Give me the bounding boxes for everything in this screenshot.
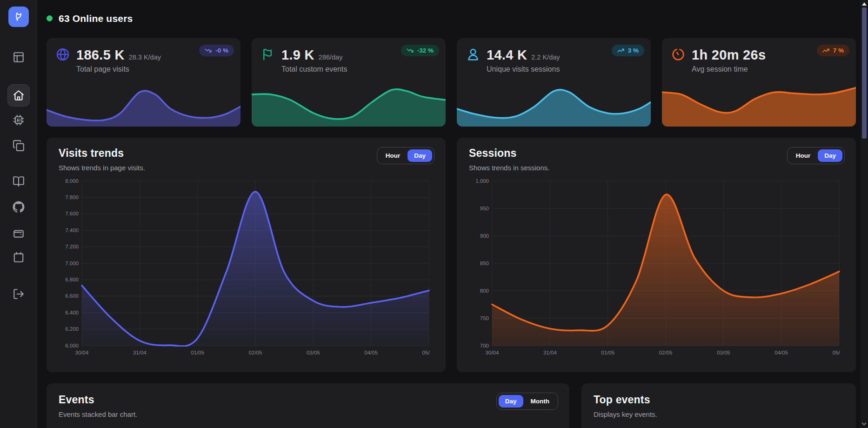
stat-card-total-custom-events: -32 % 1.9 K 286/day Total custom events [252, 38, 446, 127]
sidebar-item-home[interactable] [7, 84, 30, 107]
svg-text:31/04: 31/04 [133, 350, 147, 355]
top-events-card: Top events Displays key events. [581, 383, 856, 428]
card-subtitle: Shows trends in page visits. [59, 164, 434, 172]
wallet-icon [13, 227, 25, 240]
stat-card-unique-visits-sessions: 3 % 14.4 K 2.2 K/day Unique visits sessi… [457, 38, 651, 127]
trend-down-icon [407, 47, 414, 54]
copy-icon [13, 140, 25, 152]
trend-down-icon [205, 47, 212, 54]
stat-cards-row: -0 % 186.5 K 28.3 K/day Total page visit… [47, 38, 856, 127]
scrollbar-thumb[interactable] [862, 7, 867, 139]
stat-rate: 286/day [319, 54, 343, 61]
hour-day-toggle: Hour Day [787, 147, 845, 164]
stat-rate: 2.2 K/day [531, 54, 560, 61]
visits-trends-card: Visits trends Shows trends in page visit… [47, 138, 446, 372]
stat-rate: 28.3 K/day [129, 54, 161, 61]
svg-text:04/05: 04/05 [775, 350, 788, 355]
toggle-hour-button[interactable]: Hour [379, 149, 407, 162]
svg-text:700: 700 [480, 343, 489, 348]
stat-value: 14.4 K [487, 47, 527, 63]
toggle-day-button[interactable]: Day [818, 149, 842, 162]
toggle-month-button[interactable]: Month [524, 395, 556, 408]
app-logo[interactable] [8, 7, 29, 27]
calendar-icon [13, 251, 25, 263]
svg-text:6.400: 6.400 [65, 310, 79, 315]
events-card: Events Events stacked bar chart. Day Mon… [47, 383, 569, 428]
visits-trends-chart: 8.0007.8007.6007.4007.2007.0006.8006.600… [59, 177, 434, 357]
toggle-day-button[interactable]: Day [499, 395, 523, 408]
svg-text:03/05: 03/05 [717, 350, 730, 355]
trend-badge: 7 % [817, 45, 849, 56]
svg-text:30/04: 30/04 [486, 350, 499, 355]
sidebar-item-ai[interactable] [13, 114, 25, 126]
sessions-card: Sessions Shows trends in sessions. Hour … [457, 138, 856, 372]
sessions-chart: 1.00095090085080075070030/0431/0401/0502… [469, 177, 844, 357]
trend-badge: -0 % [199, 45, 234, 56]
scrollbar[interactable] [861, 0, 868, 428]
card-title: Top events [594, 394, 844, 406]
svg-text:30/04: 30/04 [75, 350, 89, 355]
sidebar-item-github[interactable] [13, 201, 25, 213]
stat-label: Unique visits sessions [487, 65, 560, 74]
svg-text:03/05: 03/05 [307, 350, 320, 355]
stat-value: 186.5 K [76, 47, 125, 63]
svg-text:7.600: 7.600 [65, 211, 79, 216]
online-status-dot [47, 15, 53, 21]
svg-text:900: 900 [480, 233, 489, 239]
day-month-toggle: Day Month [496, 393, 558, 410]
home-icon [13, 89, 25, 101]
ai-chip-icon [13, 114, 25, 126]
trend-up-icon [617, 47, 624, 54]
svg-text:31/04: 31/04 [543, 350, 557, 355]
trend-badge: -32 % [401, 45, 439, 56]
toggle-day-button[interactable]: Day [407, 149, 432, 162]
github-icon [13, 201, 25, 213]
user-icon [466, 47, 481, 62]
svg-text:01/05: 01/05 [601, 350, 614, 355]
sidebar-item-wallet[interactable] [13, 227, 25, 240]
svg-text:05/05: 05/05 [833, 350, 840, 355]
stat-label: Avg session time [692, 65, 770, 74]
svg-text:7.200: 7.200 [65, 244, 79, 249]
sidebar-item-dashboard[interactable] [13, 51, 25, 63]
svg-text:02/05: 02/05 [659, 350, 673, 355]
timer-icon [671, 47, 686, 62]
svg-text:01/05: 01/05 [191, 350, 204, 355]
online-users-header: 63 Online users [47, 13, 856, 24]
book-open-icon [13, 175, 25, 187]
badge-value: -0 % [215, 47, 228, 54]
sparkline-chart [662, 80, 856, 127]
flag-icon [261, 47, 276, 62]
panels-icon [13, 51, 25, 63]
logo-icon [13, 11, 25, 23]
scroll-up-arrow[interactable] [862, 2, 867, 6]
svg-text:750: 750 [480, 315, 489, 321]
svg-text:6.200: 6.200 [65, 326, 79, 332]
sidebar-item-logout[interactable] [13, 288, 25, 300]
sidebar-item-copy[interactable] [13, 140, 25, 152]
sparkline-chart [457, 80, 651, 127]
svg-text:1.000: 1.000 [475, 178, 489, 184]
main-content: 63 Online users -0 % 186.5 K [37, 0, 868, 428]
card-title: Events [59, 394, 557, 406]
card-subtitle: Displays key events. [594, 410, 844, 418]
svg-text:6.000: 6.000 [65, 343, 79, 348]
svg-text:6.600: 6.600 [65, 293, 79, 299]
globe-icon [56, 47, 71, 62]
svg-text:800: 800 [480, 288, 489, 294]
sparkline-chart [252, 80, 446, 127]
badge-value: 3 % [628, 47, 639, 54]
svg-text:7.800: 7.800 [65, 194, 79, 200]
stat-value: 1h 20m 26s [692, 47, 766, 63]
svg-text:02/05: 02/05 [249, 350, 262, 355]
hour-day-toggle: Hour Day [377, 147, 434, 164]
toggle-hour-button[interactable]: Hour [789, 149, 817, 162]
svg-text:05/05: 05/05 [422, 350, 430, 355]
stat-value: 1.9 K [281, 47, 314, 63]
sidebar-item-calendar[interactable] [13, 251, 25, 263]
svg-text:6.800: 6.800 [65, 277, 79, 282]
sparkline-chart [47, 80, 240, 127]
stat-label: Total page visits [76, 65, 161, 74]
sidebar-item-docs[interactable] [13, 175, 25, 187]
scroll-down-arrow[interactable] [862, 421, 867, 426]
